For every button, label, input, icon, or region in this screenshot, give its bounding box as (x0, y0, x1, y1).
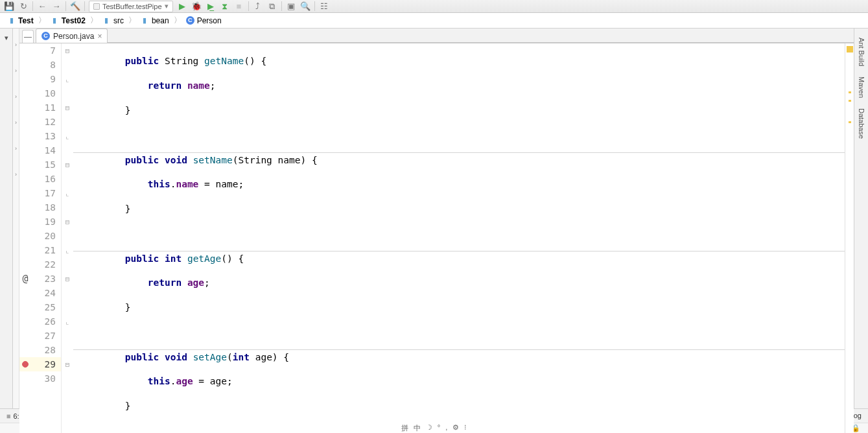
editor: — C Person.java × 7 8 9 10 11 12 13 14 1… (19, 29, 854, 408)
file-tab-label: Person.java (53, 32, 94, 41)
breadcrumb-src-label: src (113, 16, 124, 25)
ime-deg[interactable]: ° (438, 423, 440, 433)
fold-gutter[interactable]: ⊟⌞ ⊟⌞ ⊟⌞ ⊟⌞ ⊟⌞ ⊟ (62, 43, 73, 433)
coverage-icon[interactable]: ▶̲ (205, 1, 216, 12)
ime-widgets[interactable]: 拼 中 ☽ ° , ⚙ ⁝ (401, 423, 467, 433)
caret-icon: › (15, 119, 17, 126)
breadcrumb-class[interactable]: C Person (183, 16, 225, 25)
line-number-gutter[interactable]: 7 8 9 10 11 12 13 14 15 16 17 18 19 20 2… (19, 43, 62, 433)
caret-icon: › (15, 93, 17, 100)
project-tree-collapsed[interactable]: › › › › › › (13, 29, 19, 408)
back-icon[interactable]: ▣ (286, 1, 296, 12)
dropdown-icon: ▾ (165, 2, 169, 10)
build-icon[interactable]: 🔨 (70, 1, 80, 12)
file-tab-person[interactable]: C Person.java × (36, 29, 108, 43)
class-icon: C (186, 16, 194, 25)
error-stripe[interactable] (845, 43, 854, 433)
stop-icon[interactable]: ■ (234, 1, 244, 12)
ime-moon-icon[interactable]: ☽ (426, 423, 432, 433)
code-editor[interactable]: 7 8 9 10 11 12 13 14 15 16 17 18 19 20 2… (19, 43, 854, 433)
caret-icon: › (15, 145, 17, 152)
ime-zh[interactable]: 中 (414, 423, 421, 433)
breadcrumb-sep: 〉 (127, 15, 137, 26)
caret-icon: › (15, 41, 17, 48)
save-icon[interactable]: 💾 (4, 1, 14, 12)
breadcrumb-pkg-label: bean (152, 16, 169, 25)
separator (314, 1, 315, 11)
separator (84, 1, 85, 11)
ime-pinyin[interactable]: 拼 (401, 423, 408, 433)
caret-icon: › (15, 171, 17, 178)
class-icon: C (41, 32, 50, 40)
caret-icon: › (15, 67, 17, 74)
separator (248, 1, 249, 11)
run-icon[interactable]: ▶ (177, 1, 187, 12)
project-toolwindow-button[interactable]: ▾ (5, 34, 8, 42)
breadcrumb-sep: 〉 (37, 15, 47, 26)
folder-icon: ▮ (51, 16, 59, 25)
folder-icon: ▮ (141, 16, 149, 25)
warning-marker[interactable] (849, 121, 851, 123)
undo-icon[interactable]: ← (37, 1, 47, 12)
separator (281, 1, 282, 11)
breadcrumb-class-label: Person (197, 16, 222, 25)
close-tab-icon[interactable]: × (97, 32, 102, 41)
maven-toolwindow-button[interactable]: Maven (858, 76, 865, 98)
forward-icon[interactable]: 🔍 (300, 1, 311, 12)
ant-toolwindow-button[interactable]: Ant Build (858, 38, 865, 66)
separator (32, 1, 33, 11)
override-gutter-icon[interactable]: @ (22, 272, 28, 286)
run-config-icon (93, 3, 100, 10)
separator (65, 1, 66, 11)
breadcrumb-pkg[interactable]: ▮ bean (137, 16, 172, 25)
refresh-icon[interactable]: ↻ (18, 1, 29, 12)
folder-icon: ▮ (102, 16, 111, 25)
debug-icon[interactable]: 🐞 (191, 1, 202, 12)
redo-icon[interactable]: → (51, 1, 62, 12)
structure-icon[interactable]: ☷ (319, 1, 329, 12)
right-toolwindow-bar: Ant Build Maven Database (854, 29, 868, 408)
breadcrumb-src[interactable]: ▮ src (99, 16, 127, 25)
breadcrumb-sep: 〉 (89, 15, 99, 26)
run-config-label: TestBuffer.testPipe (102, 3, 162, 10)
breadcrumbs-bar: ▮ Test 〉 ▮ Test02 〉 ▮ src 〉 ▮ bean 〉 C P… (0, 13, 868, 29)
breadcrumb-sep: 〉 (172, 15, 183, 26)
tab-bar-filler (108, 29, 854, 43)
ime-gear-icon[interactable]: ⚙ (452, 423, 459, 433)
vcs-icon[interactable]: ⤴ (253, 1, 263, 12)
left-toolwindow-bar: ▾ (0, 29, 13, 408)
run-config-selector[interactable]: TestBuffer.testPipe ▾ (89, 1, 173, 12)
diff-icon[interactable]: ⧉ (267, 1, 277, 12)
inspection-indicator[interactable] (847, 46, 853, 53)
collapse-tabs-button[interactable]: — (22, 30, 34, 43)
code-content[interactable]: public String getName() { return name; }… (73, 43, 845, 433)
ime-comma[interactable]: , (445, 423, 447, 433)
folder-icon: ▮ (7, 16, 16, 25)
database-toolwindow-button[interactable]: Database (858, 108, 865, 139)
warning-marker[interactable] (849, 100, 851, 102)
main-toolbar: 💾 ↻ ← → 🔨 TestBuffer.testPipe ▾ ▶ 🐞 ▶̲ ⧗… (0, 0, 868, 13)
warning-marker[interactable] (849, 91, 851, 93)
breadcrumb-project-label: Test02 (62, 16, 86, 25)
breakpoint-icon[interactable] (22, 361, 29, 368)
breadcrumb-project[interactable]: ▮ Test02 (47, 16, 89, 25)
breadcrumb-root-label: Test (18, 16, 34, 25)
ime-more-icon[interactable]: ⁝ (464, 423, 467, 433)
editor-tabs: — C Person.java × (19, 29, 854, 43)
breadcrumb-root[interactable]: ▮ Test (4, 16, 37, 25)
profile-icon[interactable]: ⧗ (220, 1, 230, 12)
